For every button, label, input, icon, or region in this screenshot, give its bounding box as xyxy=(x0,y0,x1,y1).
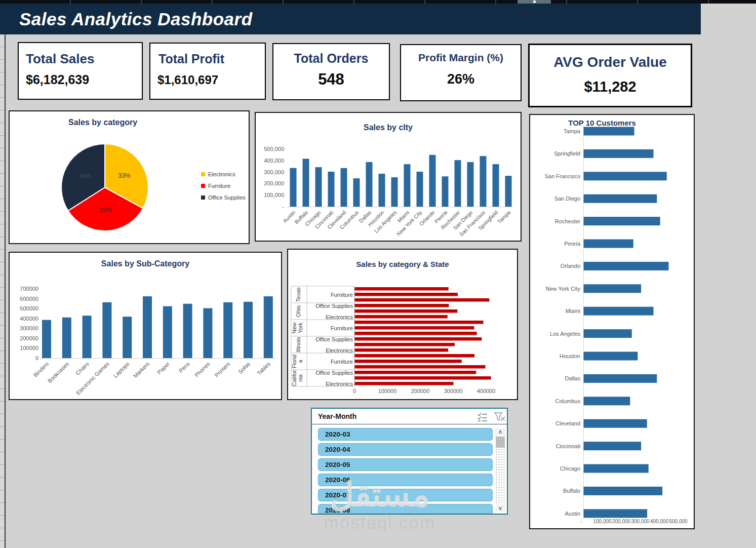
state-grouped-bar-plot: FurnitureTexasOffice SuppliesElectronics… xyxy=(288,250,517,399)
bar-new-york-city xyxy=(417,172,423,207)
bar-los-angeles xyxy=(391,177,398,207)
customer-axis-label: Peoria xyxy=(564,241,581,247)
category-axis-label: Electronics xyxy=(326,347,353,354)
top-scroll-thumb[interactable] xyxy=(518,0,551,4)
top-customers-bar-plot: TampaSpringfieldSan FranciscoSan DiegoRo… xyxy=(530,115,694,528)
customer-axis-label: Miami xyxy=(566,308,580,314)
customer-axis-label: Dallas xyxy=(565,375,580,381)
state-axis-label: a xyxy=(297,360,303,363)
legend-label: Furniture xyxy=(208,183,230,189)
chart-sales-by-city[interactable]: Sales by cIty 500,000400,000300,000200,0… xyxy=(255,112,522,242)
x-tick-label: 0 xyxy=(353,388,356,394)
kpi-label: Total Orders xyxy=(273,51,389,66)
bar-cleveland xyxy=(341,168,347,207)
bar-sofas xyxy=(244,302,253,358)
customer-axis-label: New York City xyxy=(546,286,581,292)
bar-ohio-furniture xyxy=(355,309,458,313)
slicer-item-2020-08[interactable]: 2020-08 xyxy=(318,504,493,515)
kpi-value: $1,610,697 xyxy=(157,73,218,87)
excel-top-grid-strip xyxy=(0,0,756,4)
x-category-label: Tampa xyxy=(496,209,512,225)
x-category-label: Binders xyxy=(32,361,50,378)
customer-axis-label: Austin xyxy=(565,511,580,517)
bar-tables xyxy=(264,296,273,358)
x-category-label: Sofas xyxy=(237,361,252,375)
chart-sales-by-subcategory[interactable]: Sales by Sub-Category 700000600000500000… xyxy=(9,252,282,400)
bar-paper xyxy=(163,306,172,358)
bar-dallas xyxy=(366,162,373,207)
bar-buffalo xyxy=(584,487,663,495)
bar-buffalo xyxy=(303,159,309,207)
slicer-item-2020-04[interactable]: 2020-04 xyxy=(318,443,493,456)
customer-axis-label: San Diego xyxy=(554,195,580,202)
x-category-label: Pens xyxy=(178,361,191,374)
bar-illinois-electronics xyxy=(355,348,449,352)
chart-sales-by-category-state[interactable]: Sales by category & State FurnitureTexas… xyxy=(287,249,518,400)
pie-slice-label: 33% xyxy=(99,207,111,214)
bar-florida-furniture xyxy=(355,360,462,363)
subcategory-bar-plot: 7000006000005000004000003000002000001000… xyxy=(10,253,281,399)
bar-springfield xyxy=(584,149,654,158)
kpi-value: $6,182,639 xyxy=(26,72,89,87)
bar-cincinnati xyxy=(584,442,642,450)
slicer-item-2020-03[interactable]: 2020-03 xyxy=(318,428,493,441)
slicer-item-2020-05[interactable]: 2020-05 xyxy=(318,458,493,471)
customer-axis-label: Columbus xyxy=(555,398,580,404)
category-axis-label: Electronics xyxy=(326,314,353,320)
chart-sales-by-category[interactable]: Sales by category 33%33%34%ElectronicsFu… xyxy=(9,110,250,244)
bar-san-francisco xyxy=(480,156,487,207)
x-category-label: Bookcases xyxy=(47,361,70,384)
customer-axis-label: Orlando xyxy=(561,263,580,269)
bar-printers xyxy=(223,302,232,358)
customer-axis-label: Cincinnati xyxy=(556,443,580,449)
bar-dallas xyxy=(584,374,657,383)
clear-filter-icon[interactable] xyxy=(494,412,505,422)
bar-columbus xyxy=(584,397,630,405)
bar-chicago xyxy=(584,464,649,473)
bar-chairs xyxy=(83,316,92,358)
customer-axis-label: San Francisco xyxy=(545,173,580,179)
bar-columbus xyxy=(353,178,360,207)
legend-swatch-office-supplies xyxy=(201,195,205,200)
bar-tampa xyxy=(505,176,512,207)
kpi-card-total-orders: Total Orders 548 xyxy=(272,43,390,100)
kpi-label: Total Sales xyxy=(26,51,94,67)
customer-axis-label: Rochester xyxy=(555,218,580,224)
bar-new-york-office-supplies xyxy=(355,321,484,324)
city-bar-plot: 500,000400,000300,000200,000100,000-Aust… xyxy=(256,113,521,241)
state-axis-label: Ohio xyxy=(295,305,301,317)
bar-pens xyxy=(183,304,192,358)
bar-springfield xyxy=(493,164,499,207)
scroll-up-arrow[interactable]: ∧ xyxy=(495,428,505,436)
customer-axis-label: Springfield xyxy=(554,150,580,156)
bar-san-francisco xyxy=(584,172,667,180)
x-tick-label: 100,000 xyxy=(593,519,612,524)
bar-texas-office-supplies xyxy=(355,287,449,291)
x-category-label: Laptops xyxy=(112,361,131,379)
bar-texas-electronics xyxy=(355,298,490,302)
x-category-label: Paper xyxy=(156,361,171,375)
bar-cincinnati xyxy=(328,172,335,207)
state-axis-label: Texas xyxy=(295,287,301,302)
y-tick-label: 200,000 xyxy=(264,180,284,186)
y-tick-label: 500,000 xyxy=(264,146,284,152)
x-tick-label: 200000 xyxy=(411,388,430,394)
slicer-scrollbar[interactable]: ∧ ∨ xyxy=(495,428,505,512)
x-category-label: Chairs xyxy=(74,361,90,376)
scroll-down-arrow[interactable]: ∨ xyxy=(495,504,505,512)
bar-markers xyxy=(143,296,152,358)
chart-top-10-customers[interactable]: TOP 10 Customers TampaSpringfieldSan Fra… xyxy=(529,114,695,529)
state-axis-label: nia xyxy=(297,374,303,382)
legend-swatch-electronics xyxy=(201,172,205,176)
y-tick-label: 100,000 xyxy=(264,192,284,198)
x-tick-label: 300000 xyxy=(444,388,463,394)
bar-chicago xyxy=(315,167,322,207)
multi-select-icon[interactable] xyxy=(477,412,488,422)
bar-orlando xyxy=(429,155,436,207)
bar-cleveland xyxy=(584,419,647,428)
year-month-slicer[interactable]: Year-Month 2020-032020-042020-052020-062… xyxy=(311,408,508,515)
slicer-item-2020-06[interactable]: 2020-06 xyxy=(318,474,493,486)
category-axis-label: Furniture xyxy=(331,325,353,331)
slicer-item-2020-07[interactable]: 2020-07 xyxy=(318,489,493,501)
scroll-thumb[interactable] xyxy=(496,437,505,448)
